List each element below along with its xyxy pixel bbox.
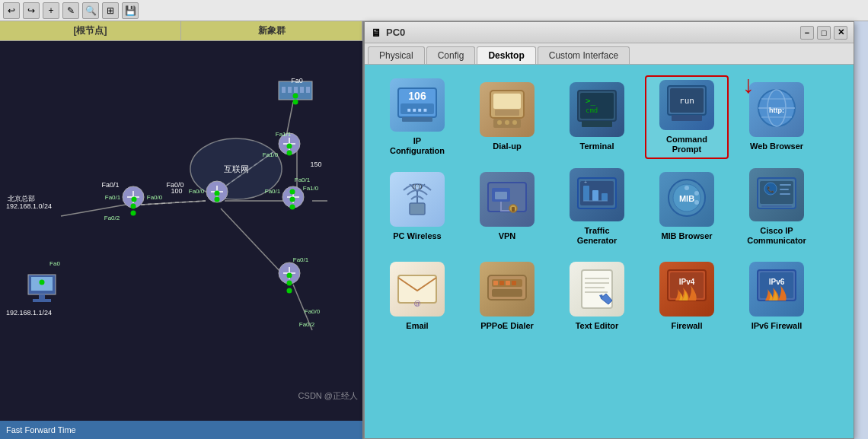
desktop-item-ip-config[interactable]: 106 ■ ■ ■ ■ IP Configuration [375,75,459,159]
dialog-titlebar: 🖥 PC0 − □ ✕ [365,22,854,43]
toolbar-icon-7[interactable]: 💾 [122,2,139,19]
label-terminal: Terminal [579,142,614,151]
toolbar-icon-1[interactable]: ↩ [3,2,20,19]
maximize-button[interactable]: □ [817,26,831,40]
svg-text:@: @ [413,300,420,307]
desktop-item-text-editor[interactable]: Text Editor [555,255,639,339]
desktop-content: ↓ 106 ■ ■ ■ ■ IP Configuration Dial-up >… [365,65,854,438]
icon-cisco-ip: 📞 [749,168,804,221]
svg-text:+: + [584,180,587,185]
svg-point-10 [505,120,509,125]
label-dialup: Dial-up [493,142,521,151]
desktop-item-cisco-ip[interactable]: 📞 Cisco IP Communicator [735,165,819,249]
desktop-item-command-prompt[interactable]: run Command Prompt [645,75,729,159]
icon-email: @ [390,262,445,317]
label-vpn: VPN [499,231,516,241]
svg-text:http:: http: [769,107,784,114]
close-button[interactable]: ✕ [834,26,847,40]
desktop-item-mib-browser[interactable]: MIB MIB Browser [645,165,729,249]
svg-text:((·)): ((·)) [413,183,423,189]
fast-forward-label: Fast Forward Time [6,425,76,434]
label-firewall: Firewall [672,321,703,331]
network-canvas [0,41,362,421]
minimize-button[interactable]: − [800,26,814,40]
icon-pppoe [480,262,535,317]
svg-rect-39 [583,186,589,201]
desktop-item-vpn[interactable]: VPN [465,165,549,249]
icon-vpn [480,172,535,227]
icon-command-prompt: run [659,80,714,130]
svg-rect-6 [493,94,521,109]
icon-text-editor [570,262,624,317]
icon-ip-config: 106 ■ ■ ■ ■ [390,78,445,132]
dialog-title: PC0 [386,27,800,38]
dialog-tabs: Physical Config Desktop Custom Interface [365,43,854,65]
tab-custom[interactable]: Custom Interface [538,46,630,64]
tab-physical[interactable]: Physical [368,46,425,64]
toolbar-icon-6[interactable]: ⊞ [102,2,119,19]
svg-text:>_: >_ [586,96,596,106]
desktop-item-traffic-gen[interactable]: + Traffic Generator [555,165,639,249]
svg-rect-63 [499,281,504,285]
svg-rect-40 [592,190,598,201]
icon-firewall: IPv4 [659,262,714,317]
svg-point-11 [512,120,517,125]
label-cisco-ip: Cisco IP Communicator [747,226,806,246]
svg-rect-41 [602,193,608,201]
svg-text:MIB: MIB [679,194,694,203]
svg-rect-62 [493,281,498,285]
desktop-item-ipv6-firewall[interactable]: IPv6 IPv6 Firewall [735,255,819,339]
svg-point-9 [497,120,502,125]
icon-dialup [480,82,535,137]
svg-rect-34 [495,192,507,199]
header-root: [根节点] [0,21,181,40]
left-panel: [根节点] 新象群 Fast Forward Time [0,21,364,439]
dialog-title-icon: 🖥 [371,27,381,39]
svg-text:cmd: cmd [586,107,598,114]
svg-text:■ ■ ■ ■: ■ ■ ■ ■ [407,107,427,113]
header-cluster: 新象群 [181,21,362,40]
svg-rect-16 [582,121,612,127]
svg-text:106: 106 [408,90,426,102]
svg-point-47 [685,186,689,190]
pc0-dialog: 🖥 PC0 − □ ✕ Physical Config Desktop Cust… [364,21,854,439]
toolbar-icon-5[interactable]: 🔍 [82,2,99,19]
desktop-item-dialup[interactable]: Dial-up [465,75,549,159]
label-traffic-gen: Traffic Generator [577,226,617,246]
svg-text:📞: 📞 [767,186,774,193]
svg-rect-20 [672,115,702,121]
desktop-item-email[interactable]: @ Email [375,255,459,339]
label-text-editor: Text Editor [576,321,619,331]
desktop-item-firewall[interactable]: IPv4 Firewall [645,255,729,339]
label-command-prompt: Command Prompt [666,135,707,154]
desktop-item-terminal[interactable]: >_ cmd Terminal [555,75,639,159]
tab-config[interactable]: Config [426,46,476,64]
main-area: [根节点] 新象群 Fast Forward Time 🖥 PC0 − □ ✕ … [0,21,868,439]
icon-mib-browser: MIB [659,172,714,227]
icon-terminal: >_ cmd [570,82,624,137]
desktop-item-web-browser[interactable]: http: Web Browser [735,75,819,159]
svg-rect-4 [402,117,432,122]
svg-rect-7 [495,110,519,116]
svg-rect-57 [761,205,792,207]
toolbar-icon-3[interactable]: + [43,2,59,19]
icon-pc-wireless: ((·)) [390,172,445,227]
desktop-item-pc-wireless[interactable]: ((·)) PC Wireless [375,165,459,249]
svg-point-49 [694,200,699,205]
svg-rect-66 [492,289,522,297]
icon-ipv6-firewall: IPv6 [749,262,804,317]
label-pc-wireless: PC Wireless [393,231,442,241]
left-bottom-bar: Fast Forward Time [0,421,362,439]
svg-rect-54 [780,184,791,186]
toolbar-icon-4[interactable]: ✎ [62,2,79,19]
svg-rect-58 [398,275,436,303]
desktop-item-pppoe[interactable]: PPPoE Dialer [465,255,549,339]
desktop-grid: 106 ■ ■ ■ ■ IP Configuration Dial-up >_ … [372,72,846,342]
toolbar-icon-2[interactable]: ↪ [23,2,40,19]
svg-rect-36 [512,207,515,212]
tab-desktop[interactable]: Desktop [477,46,535,64]
svg-rect-55 [780,189,789,190]
svg-rect-56 [780,193,790,195]
svg-rect-65 [512,281,516,285]
top-toolbar: ↩ ↪ + ✎ 🔍 ⊞ 💾 [0,0,868,21]
